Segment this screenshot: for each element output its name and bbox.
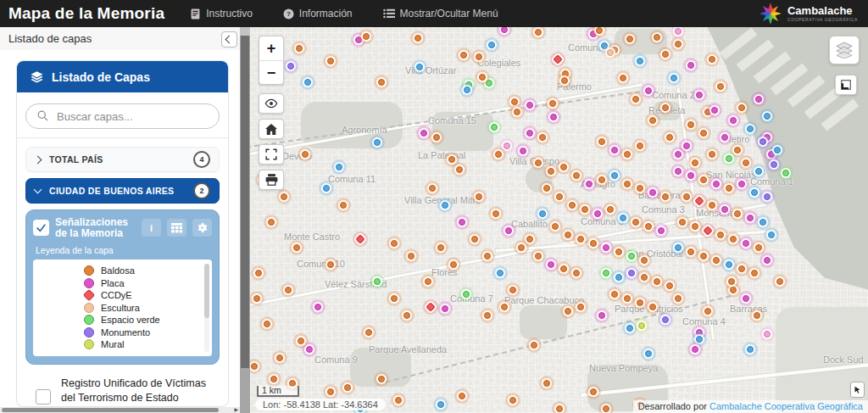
map-marker[interactable] [560,304,576,319]
toggle-visibility-button[interactable] [259,93,284,114]
map-marker[interactable] [359,29,374,44]
map-marker[interactable] [707,103,722,118]
map-marker[interactable] [391,393,406,408]
map-marker[interactable] [522,98,537,113]
map-marker[interactable] [683,58,698,73]
map-marker[interactable] [724,274,739,289]
attribution-toggle-button[interactable] [850,382,865,398]
map-marker[interactable] [487,120,502,135]
map-marker[interactable] [550,52,565,67]
map-marker[interactable] [459,82,475,98]
map-marker[interactable] [331,159,347,175]
map-marker[interactable] [264,215,279,230]
map-marker[interactable] [412,59,427,75]
map-marker[interactable] [634,318,649,333]
nav-item-informacion[interactable]: ?Información [283,8,353,20]
map-marker[interactable] [770,142,785,158]
map-marker[interactable] [535,206,550,221]
map-marker[interactable] [298,147,313,162]
map-marker[interactable] [569,265,584,281]
map-marker[interactable] [491,147,506,162]
map-marker[interactable] [399,308,415,323]
map-marker[interactable] [467,232,482,247]
map-marker[interactable] [514,240,529,255]
map-marker[interactable] [323,257,338,272]
layer-group-ciudad-de-buenos-aires[interactable]: CIUDAD DE BUENOS AIRES2 [25,178,220,204]
map-marker[interactable] [658,189,673,204]
map-marker[interactable] [654,223,669,238]
map-marker[interactable] [535,130,550,145]
map-marker[interactable] [289,240,304,255]
map-marker[interactable] [497,27,512,37]
overview-map-button[interactable] [835,75,857,95]
map-marker[interactable] [586,384,601,399]
map-marker[interactable] [437,301,453,316]
map-marker[interactable] [632,53,648,69]
sidebar-vertical-scrollbar[interactable] [240,27,250,413]
map-marker[interactable] [546,109,561,125]
map-marker[interactable] [471,49,487,64]
nav-item-menu[interactable]: Mostrar/Ocultar Menú [383,8,498,20]
map-marker[interactable] [717,130,732,145]
map-marker[interactable] [622,31,637,47]
map-marker[interactable] [666,70,682,86]
map-marker[interactable] [310,299,326,315]
map-marker[interactable] [726,113,741,128]
map-marker[interactable] [704,147,720,162]
map-marker[interactable] [336,198,351,213]
map-marker[interactable] [492,265,508,281]
map-marker[interactable] [480,308,495,323]
layer-checkbox-checked[interactable] [33,220,49,236]
map-marker[interactable] [764,227,779,243]
map-marker[interactable] [743,342,758,357]
map-marker[interactable] [557,73,572,88]
map-marker[interactable] [488,206,504,221]
map-marker[interactable] [592,27,607,38]
map-marker[interactable] [760,109,775,124]
map-marker[interactable] [670,27,686,39]
map-marker[interactable] [696,126,711,141]
map-marker[interactable] [552,401,567,413]
map-marker[interactable] [323,53,338,69]
brand[interactable]: Cambalache COOPERATIVA GEOGRÁFICA [760,3,858,25]
map-marker[interactable] [452,162,467,177]
legend-scrollbar[interactable] [204,264,209,352]
map-marker[interactable] [704,52,720,67]
map-marker[interactable] [594,308,609,323]
map-marker[interactable] [760,253,775,268]
map-marker[interactable] [281,282,296,298]
map-marker[interactable] [361,325,376,340]
map-marker[interactable] [641,83,656,98]
map-marker[interactable] [526,338,542,353]
map-marker[interactable] [603,45,618,60]
map-marker[interactable] [658,312,673,327]
map-marker[interactable] [403,248,419,264]
layer-group-total-pa-s[interactable]: TOTAL PAÍS4 [25,147,220,172]
map-marker[interactable] [425,181,440,196]
map-marker[interactable] [760,189,775,204]
zoom-in-button[interactable]: + [259,36,283,61]
sidebar-collapse-button[interactable] [221,31,237,47]
map-marker[interactable] [594,134,609,149]
map-marker[interactable] [250,359,262,374]
map-marker[interactable] [749,308,765,323]
map-marker[interactable] [410,31,426,46]
fullscreen-button[interactable] [259,144,284,165]
map-marker[interactable] [505,393,520,408]
map-marker[interactable] [480,248,495,264]
map-marker[interactable] [272,350,287,366]
map-marker[interactable] [687,342,703,357]
map-marker[interactable] [340,380,355,395]
map-marker[interactable] [276,189,292,204]
map-marker[interactable] [319,181,334,196]
map-marker[interactable] [662,130,677,145]
map-marker[interactable] [751,92,766,107]
map-marker[interactable] [437,198,453,213]
map-marker[interactable] [637,253,652,268]
scrollbar-thumb[interactable] [2,408,219,412]
zoom-out-button[interactable]: − [259,61,283,85]
map-marker[interactable] [433,240,448,255]
map-marker[interactable] [387,291,402,306]
map-marker[interactable] [283,59,298,74]
map-marker[interactable] [641,346,656,361]
